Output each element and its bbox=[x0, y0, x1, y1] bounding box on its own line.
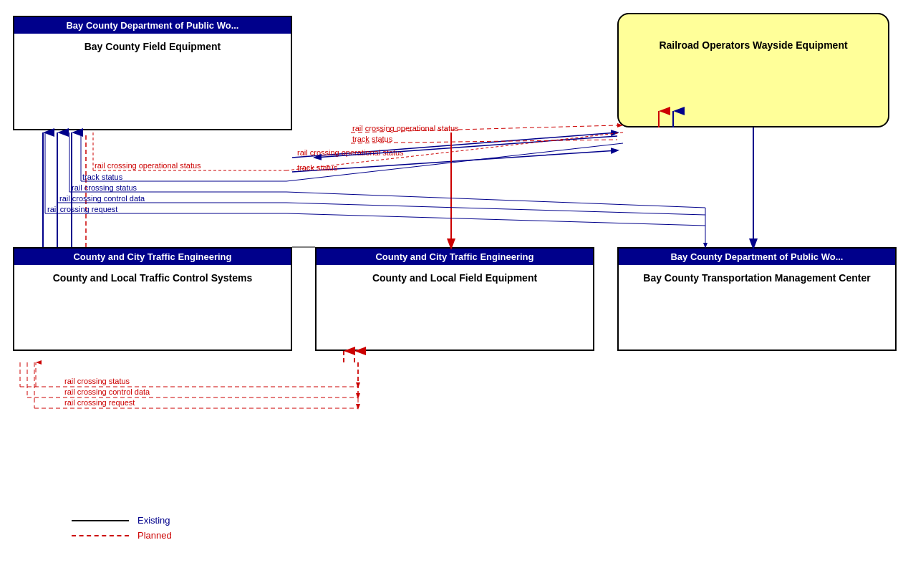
county-local-field-title: County and Local Field Equipment bbox=[317, 265, 593, 291]
bay-county-field-header: Bay County Department of Public Wo... bbox=[14, 17, 291, 34]
line-track-status bbox=[292, 150, 617, 172]
line-rr-to-field bbox=[315, 136, 617, 158]
line-track-long bbox=[286, 143, 623, 181]
legend-planned-label: Planned bbox=[137, 530, 172, 541]
label-rcop-status-left: rail crossing operational status bbox=[95, 161, 201, 170]
bay-county-tmc-header: Bay County Department of Public Wo... bbox=[619, 249, 895, 265]
legend-existing-label: Existing bbox=[137, 515, 170, 526]
label-track-center: track status bbox=[352, 135, 393, 143]
line-rccd-long bbox=[286, 203, 705, 215]
railroad-box: Railroad Operators Wayside Equipment bbox=[617, 13, 889, 127]
label-rccd-left: rail crossing control data bbox=[59, 194, 145, 203]
county-local-traffic-title: County and Local Traffic Control Systems bbox=[14, 265, 291, 291]
legend-existing: Existing bbox=[72, 515, 172, 526]
legend: Existing Planned bbox=[72, 515, 172, 545]
line-rcop-long bbox=[286, 132, 623, 170]
label-bot-rcs: rail crossing status bbox=[64, 377, 130, 385]
line-rcs-long bbox=[286, 192, 705, 208]
label-rcs-left: rail crossing status bbox=[72, 183, 137, 192]
county-local-field-header: County and City Traffic Engineering bbox=[317, 249, 593, 265]
legend-planned: Planned bbox=[72, 530, 172, 541]
legend-planned-line bbox=[72, 535, 129, 536]
bay-county-field-title: Bay County Field Equipment bbox=[14, 34, 291, 59]
line-rcop-status-to-rr bbox=[292, 132, 617, 158]
bay-county-tmc-title: Bay County Transportation Management Cen… bbox=[619, 265, 895, 291]
county-local-traffic-box: County and City Traffic Engineering Coun… bbox=[13, 247, 292, 351]
bay-county-field-equipment-box: Bay County Department of Public Wo... Ba… bbox=[13, 16, 292, 130]
label-rcr-left: rail crossing request bbox=[47, 205, 117, 213]
line-track-center-rr bbox=[351, 140, 617, 143]
label-bot-rcr: rail crossing request bbox=[64, 398, 135, 407]
label-track-status: track status bbox=[297, 163, 338, 172]
county-local-traffic-header: County and City Traffic Engineering bbox=[14, 249, 291, 265]
line-rcop-center-rr bbox=[351, 125, 617, 132]
railroad-title: Railroad Operators Wayside Equipment bbox=[619, 14, 888, 76]
county-local-field-box: County and City Traffic Engineering Coun… bbox=[315, 247, 594, 351]
bay-county-tmc-box: Bay County Department of Public Wo... Ba… bbox=[617, 247, 897, 351]
diagram-container: Bay County Department of Public Wo... Ba… bbox=[0, 0, 903, 588]
label-track-status-left: track status bbox=[82, 173, 123, 181]
label-bot-rccd: rail crossing control data bbox=[64, 387, 150, 396]
label-rcop-center: rail crossing operational status bbox=[352, 124, 459, 132]
legend-existing-line bbox=[72, 520, 129, 521]
line-rcr-long bbox=[286, 213, 705, 226]
label-rcop-status-bcfe: rail crossing operational status bbox=[297, 148, 404, 157]
